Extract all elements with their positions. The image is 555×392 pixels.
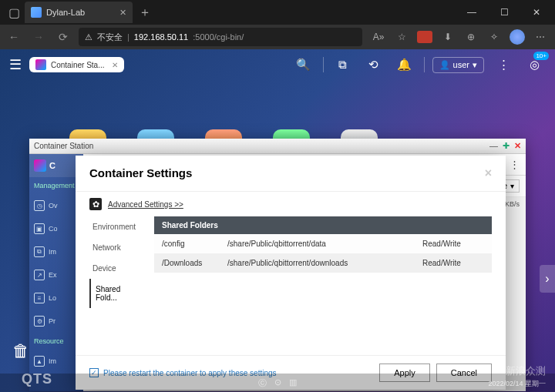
settings-tabs: Environment Network Device Shared Fold..…: [89, 216, 145, 355]
modal-title: Container Settings: [89, 166, 192, 180]
table-row[interactable]: /config /share/Public/qbittorrent/data R…: [154, 234, 492, 253]
favorite-icon[interactable]: ☆: [392, 28, 412, 46]
more-vert-icon[interactable]: ⋮: [492, 53, 515, 76]
refresh-icon[interactable]: ⟳: [54, 28, 72, 46]
next-page-icon[interactable]: ›: [540, 265, 555, 293]
url-host: 192.168.50.11: [134, 32, 188, 42]
tab-title: Dylan-Lab: [46, 8, 85, 17]
close-tab-icon[interactable]: ✕: [119, 8, 126, 18]
taskbar-app[interactable]: Container Sta... ✕: [29, 57, 124, 72]
trash-icon[interactable]: 🗑: [12, 341, 29, 361]
menu-icon[interactable]: ⋯: [530, 28, 550, 46]
window-maximize-button[interactable]: ☐: [489, 2, 520, 23]
notifications-icon[interactable]: 🔔: [393, 53, 416, 76]
address-bar: ← → ⟳ ⚠ 不安全 | 192.168.50.11:5000/cgi-bin…: [0, 25, 555, 49]
reader-icon[interactable]: A»: [368, 28, 388, 46]
window-minimize-button[interactable]: ―: [456, 2, 487, 23]
footer-icon[interactable]: ⓒ: [258, 377, 267, 389]
app-label: Container Sta...: [51, 61, 104, 69]
browser-tab[interactable]: Dylan-Lab ✕: [25, 2, 133, 23]
gear-icon: ✿: [89, 198, 102, 210]
devices-icon[interactable]: ⟲: [362, 53, 385, 76]
back-icon[interactable]: ←: [5, 28, 23, 46]
watermark: 新浪众测: [506, 364, 546, 378]
footer-icon[interactable]: ▥: [289, 377, 297, 389]
browser-tab-strip: ▢ Dylan-Lab ✕ ＋ ― ☐ ✕: [0, 0, 555, 25]
volume-icon[interactable]: ⧉: [331, 53, 355, 76]
window-title: Container Station: [34, 142, 93, 150]
url-path: :5000/cgi-bin/: [193, 32, 244, 42]
win-minimize-icon[interactable]: —: [489, 141, 498, 151]
footer-icon[interactable]: ⊙: [274, 377, 281, 389]
clock: 2022/02/14 星期一: [488, 379, 546, 389]
chevron-down-icon: ▾: [510, 182, 514, 190]
collections-icon[interactable]: ✧: [484, 28, 504, 46]
chevron-down-icon: ▾: [473, 60, 477, 70]
footer-icons: ⓒ ⊙ ▥: [258, 377, 297, 389]
close-icon[interactable]: ×: [485, 166, 492, 180]
close-app-icon[interactable]: ✕: [112, 61, 118, 69]
menu-hamburger-icon[interactable]: ☰: [9, 56, 22, 73]
tab-network[interactable]: Network: [89, 237, 145, 258]
tab-environment[interactable]: Environment: [89, 216, 145, 237]
kebab-icon[interactable]: ⋮: [510, 159, 520, 170]
qts-brand: QTS: [22, 371, 52, 387]
dashboard-icon[interactable]: ◎10+: [523, 53, 546, 76]
qts-top-bar: ☰ Container Sta... ✕ 🔍 ⧉ ⟲ 🔔 👤 user ▾ ⋮ …: [0, 49, 555, 80]
downloads-icon[interactable]: ⬇: [438, 28, 458, 46]
notif-badge: 10+: [533, 52, 549, 60]
forward-icon: →: [29, 28, 48, 46]
tab-device[interactable]: Device: [89, 258, 145, 279]
container-settings-modal: Container Settings × ✿ Advanced Settings…: [76, 156, 506, 390]
table-header: Shared Folders: [154, 216, 492, 234]
win-maximize-icon[interactable]: ✚: [503, 141, 510, 151]
favicon-icon: [31, 7, 42, 18]
user-label: user: [453, 60, 469, 69]
user-menu[interactable]: 👤 user ▾: [432, 57, 484, 73]
extension-adblock-icon[interactable]: [415, 28, 435, 46]
advanced-settings-link[interactable]: Advanced Settings >>: [108, 200, 183, 209]
shared-folders-table: Shared Folders /config /share/Public/qbi…: [154, 216, 492, 355]
url-input[interactable]: ⚠ 不安全 | 192.168.50.11:5000/cgi-bin/: [79, 28, 362, 46]
search-icon[interactable]: 🔍: [292, 53, 315, 76]
win-close-icon[interactable]: ✕: [514, 141, 521, 151]
profile-avatar[interactable]: [507, 28, 527, 46]
insecure-label: 不安全: [97, 32, 123, 43]
table-row[interactable]: /Downloads /share/Public/qbittorrent/dow…: [154, 253, 492, 273]
qts-desktop: ☰ Container Sta... ✕ 🔍 ⧉ ⟲ 🔔 👤 user ▾ ⋮ …: [0, 49, 555, 392]
user-icon: 👤: [439, 60, 450, 70]
app-icon: [35, 59, 46, 70]
tab-shared-folders[interactable]: Shared Fold...: [89, 279, 145, 308]
insecure-icon: ⚠: [85, 32, 92, 42]
window-titlebar[interactable]: Container Station — ✚ ✕: [29, 139, 526, 154]
extensions-icon[interactable]: ⊕: [461, 28, 481, 46]
workspaces-icon[interactable]: ▢: [3, 2, 25, 23]
window-close-button[interactable]: ✕: [521, 2, 552, 23]
new-tab-button[interactable]: ＋: [133, 5, 157, 21]
